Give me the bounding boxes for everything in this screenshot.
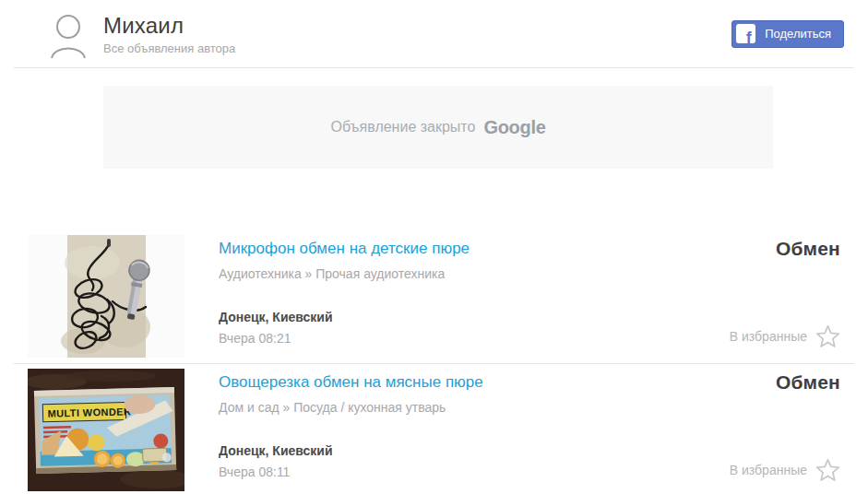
slicer-box-photo: MULTI WONDER <box>28 369 184 491</box>
listing-thumbnail[interactable] <box>28 235 184 358</box>
price-badge: Обмен <box>776 238 840 260</box>
facebook-share-button[interactable]: f Поделиться <box>731 20 844 48</box>
add-to-favorites-button[interactable]: В избранные <box>730 324 840 348</box>
listing-info: Микрофон обмен на детские пюре Аудиотехн… <box>219 235 702 358</box>
price-badge: Обмен <box>776 371 840 394</box>
listing-title-link[interactable]: Овощерезка обмен на мясные пюре <box>219 372 702 393</box>
author-info: Михаил Все объявления автора <box>103 13 235 55</box>
page: Михаил Все объявления автора f Поделитьс… <box>0 0 868 491</box>
listing-row-microphone[interactable]: Микрофон обмен на детские пюре Аудиотехн… <box>0 235 868 358</box>
listing-title-link[interactable]: Микрофон обмен на детские пюре <box>219 239 702 259</box>
listing-row-slicer[interactable]: MULTI WONDER <box>0 364 868 491</box>
avatar-icon <box>51 13 88 59</box>
ad-banner: Объявление закрыто Google <box>103 86 773 169</box>
listing-info: Овощерезка обмен на мясные пюре Дом и са… <box>219 369 702 491</box>
listing-category: Дом и сад » Посуда / кухонная утварь <box>219 400 702 416</box>
listing-location: Донецк, Киевский <box>219 310 702 325</box>
favorites-label: В избранные <box>730 329 807 344</box>
listings-section: Микрофон обмен на детские пюре Аудиотехн… <box>0 235 868 491</box>
box-brand-text: MULTI WONDER <box>47 406 131 418</box>
listing-location: Донецк, Киевский <box>219 443 702 459</box>
ad-closed-text: Объявление закрыто <box>331 119 476 135</box>
star-icon <box>815 324 840 348</box>
add-to-favorites-button[interactable]: В избранные <box>730 458 840 482</box>
facebook-icon: f <box>736 24 755 43</box>
author-subtitle: Все объявления автора <box>103 41 235 55</box>
star-icon <box>815 458 840 482</box>
google-logo: Google <box>483 117 545 138</box>
listing-thumbnail[interactable]: MULTI WONDER <box>28 369 184 491</box>
listing-right-column: Обмен В избранные <box>702 369 840 491</box>
favorites-label: В избранные <box>730 463 807 477</box>
listing-time: Вчера 08:21 <box>219 331 702 347</box>
share-button-label: Поделиться <box>765 27 831 41</box>
microphone-photo <box>28 235 184 358</box>
header-divider <box>14 67 854 68</box>
author-header: Михаил Все объявления автора f Поделитьс… <box>0 0 868 67</box>
listing-right-column: Обмен В избранные <box>702 235 840 358</box>
listing-category: Аудиотехника » Прочая аудиотехника <box>219 266 702 282</box>
author-name: Михаил <box>103 13 235 39</box>
listing-time: Вчера 08:11 <box>219 465 702 480</box>
facebook-f-glyph: f <box>746 29 752 43</box>
